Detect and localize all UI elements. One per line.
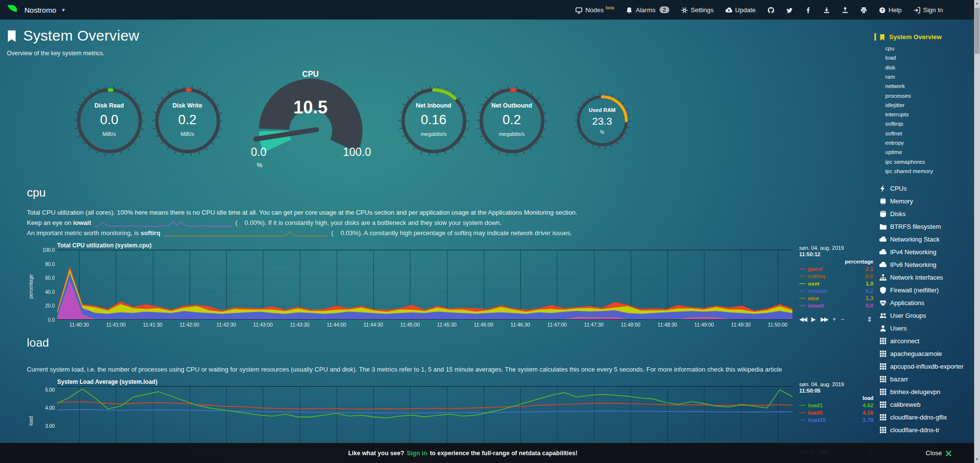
page-scrollbar[interactable]: ▲ ▼ xyxy=(974,0,980,463)
sidebar-section-binhex-delugevpn[interactable]: binhex-delugevpn xyxy=(878,386,974,398)
grid-icon xyxy=(878,401,890,408)
pan-backward-button[interactable]: ◀◀ xyxy=(799,316,806,323)
cloud-icon xyxy=(878,236,890,243)
sidebar-section-ipv4-networking[interactable]: IPv4 Networking xyxy=(878,246,974,259)
sidebar-section-applications[interactable]: Applications xyxy=(878,297,974,309)
nav-settings-button[interactable]: Settings xyxy=(675,0,720,20)
beta-tag: beta xyxy=(606,5,615,10)
legend-row-load1[interactable]: load1 4.62 xyxy=(799,402,874,408)
legend-row-softirq[interactable]: softirq 0.0 xyxy=(799,273,874,279)
sidebar-subitem-ipc-semaphores[interactable]: ipc semaphores xyxy=(885,157,974,167)
sidebar-subitem-ram[interactable]: ram xyxy=(885,72,974,82)
zoom-in-button[interactable]: + xyxy=(832,316,836,323)
sidebar-subitem-uptime[interactable]: uptime xyxy=(885,148,974,157)
legend-row-nice[interactable]: nice 1.3 xyxy=(799,295,874,301)
gauge-units: % xyxy=(600,130,604,135)
twitter-icon xyxy=(786,6,793,14)
user-icon xyxy=(878,325,890,332)
iowait-sparkline[interactable] xyxy=(95,220,232,227)
plot-area[interactable]: 11:40:3011:41:0011:41:3011:42:0011:42:30… xyxy=(57,250,792,320)
nav-facebook-icon[interactable] xyxy=(799,0,817,20)
x-tick-label: 11:43:00 xyxy=(253,322,273,328)
scrollbar-thumb[interactable] xyxy=(975,8,980,54)
gauge-used-ram[interactable]: Used RAM 23.3 % xyxy=(574,92,631,150)
nav-alarms-button[interactable]: Alarms2 xyxy=(620,0,675,20)
sidebar-section-disks[interactable]: Disks xyxy=(878,208,974,220)
sidebar-item-system-overview[interactable]: System Overview xyxy=(874,33,974,41)
sidebar-section-cloudflare-ddns-gflix[interactable]: cloudflare-ddns-gflix xyxy=(878,411,974,424)
play-button[interactable]: ▶ xyxy=(811,316,815,323)
sidebar-section-memory[interactable]: Memory xyxy=(878,195,974,208)
sidebar-subitem-idlejitter[interactable]: idlejitter xyxy=(885,101,974,110)
sidebar-subitem-ipc-shared-memory[interactable]: ipc shared memory xyxy=(885,167,974,176)
nav-twitter-icon[interactable] xyxy=(780,0,799,20)
sidebar-section-btrfs-filesystem[interactable]: BTRFS filesystem xyxy=(878,220,974,233)
resize-handle[interactable]: ⇕ xyxy=(867,315,873,323)
sidebar-section-firewall-netfilter[interactable]: Firewall (netfilter) xyxy=(878,284,974,297)
sidebar-subitem-entropy[interactable]: entropy xyxy=(885,138,974,148)
sidebar-subitem-cpu[interactable]: cpu xyxy=(885,44,974,53)
nav-print-icon[interactable] xyxy=(854,0,873,20)
sidebar-subitem-network[interactable]: network xyxy=(885,82,974,91)
legend-row-iowait[interactable]: iowait 0.0 xyxy=(799,303,874,309)
softirq-term: softirq xyxy=(141,229,160,237)
node-selector[interactable]: Nostromo ▾ xyxy=(0,3,65,16)
sidebar-section-bazarr[interactable]: bazarr xyxy=(878,373,974,386)
sidebar-subitem-processes[interactable]: processes xyxy=(885,91,974,101)
sidebar-section-cpus[interactable]: CPUs xyxy=(878,182,974,195)
sign-in-link[interactable]: Sign in xyxy=(407,450,427,457)
signin-banner: Like what you see? Sign in to experience… xyxy=(0,443,974,463)
sidebar-section-ipv6-networking[interactable]: IPv6 Networking xyxy=(878,259,974,271)
legend-row-load15[interactable]: load15 3.78 xyxy=(799,417,874,423)
sidebar-section-networking-stack[interactable]: Networking Stack xyxy=(878,233,974,246)
x-tick-label: 11:42:30 xyxy=(216,322,236,328)
pan-forward-button[interactable]: ▶▶ xyxy=(821,316,828,323)
sidebar-subitem-disk[interactable]: disk xyxy=(885,63,974,72)
top-nav: Nostromo ▾ NodesbetaAlarms2SettingsUpdat… xyxy=(0,0,980,20)
iowait-term: iowait xyxy=(73,219,91,226)
plot-area[interactable] xyxy=(57,386,792,452)
gauge-value: 0.16 xyxy=(421,112,447,128)
sidebar-subitem-load[interactable]: load xyxy=(885,53,974,63)
scroll-up-arrow[interactable]: ▲ xyxy=(974,1,980,5)
legend-row-load5[interactable]: load5 4.16 xyxy=(799,410,874,416)
sidebar-section-user-groups[interactable]: User Groups xyxy=(878,309,974,322)
legend-swatch xyxy=(799,290,806,291)
gauge-net-inbound[interactable]: Net Inbound 0.16 megabits/s xyxy=(397,84,470,157)
nav-help-button[interactable]: ?Help xyxy=(873,0,908,20)
gauge-disk-write[interactable]: Disk Write 0.2 MiB/s xyxy=(151,84,224,157)
sidebar-section-cloudflare-ddns-tr[interactable]: cloudflare-ddns-tr xyxy=(878,424,974,437)
nav-download-icon[interactable] xyxy=(817,0,836,20)
nav-nodes-button[interactable]: Nodesbeta xyxy=(570,0,620,20)
nav-sign-in-button[interactable]: Sign In xyxy=(908,0,949,20)
close-banner-button[interactable]: Close xyxy=(926,449,952,457)
gauge-cpu[interactable]: CPU 10.5 0.0 100.0 % xyxy=(247,72,374,170)
legend-row-guest[interactable]: guest 2.1 xyxy=(799,266,874,272)
gauge-title: Used RAM xyxy=(589,107,616,113)
zoom-out-button[interactable]: − xyxy=(841,316,844,323)
softirq-line: An important metric worth monitoring, is… xyxy=(27,228,874,238)
sidebar-subitem-interrupts[interactable]: interrupts xyxy=(885,110,974,119)
scroll-down-arrow[interactable]: ▼ xyxy=(974,457,980,462)
sidebar-section-airconnect[interactable]: airconnect xyxy=(878,335,974,348)
y-tick-label: 4.00 xyxy=(45,405,55,411)
legend-row-system[interactable]: system 6.2 xyxy=(799,288,874,294)
x-tick-label: 11:40:30 xyxy=(69,322,89,328)
gauge-net-outbound[interactable]: Net Outbound 0.2 megabits/s xyxy=(475,84,549,157)
nav-update-button[interactable]: Update xyxy=(720,0,762,20)
sidebar-section-apacheguacamole[interactable]: apacheguacamole xyxy=(878,348,974,360)
sidebar-section-users[interactable]: Users xyxy=(878,322,974,335)
sidebar-subitem-softirqs[interactable]: softirqs xyxy=(885,119,974,129)
nav-upload-icon[interactable] xyxy=(836,0,854,20)
sidebar-subitem-softnet[interactable]: softnet xyxy=(885,129,974,138)
sidebar-section-network-interfaces[interactable]: Network Interfaces xyxy=(878,271,974,284)
legend-swatch xyxy=(799,305,806,306)
gauge-units: MiB/s xyxy=(103,131,116,137)
chart-legend[interactable]: søn. 04. aug. 2019 11:50:12 percentage g… xyxy=(792,245,874,323)
sidebar-section-apcupsd-influxdb-exporter[interactable]: apcupsd-influxdb-exporter xyxy=(878,360,974,373)
softirq-sparkline[interactable] xyxy=(164,230,328,237)
gauge-disk-read[interactable]: Disk Read 0.0 MiB/s xyxy=(73,84,146,157)
nav-github-icon[interactable] xyxy=(762,0,780,20)
legend-row-user[interactable]: user 1.0 xyxy=(799,281,874,287)
sidebar-section-calibreweb[interactable]: calibreweb xyxy=(878,398,974,411)
